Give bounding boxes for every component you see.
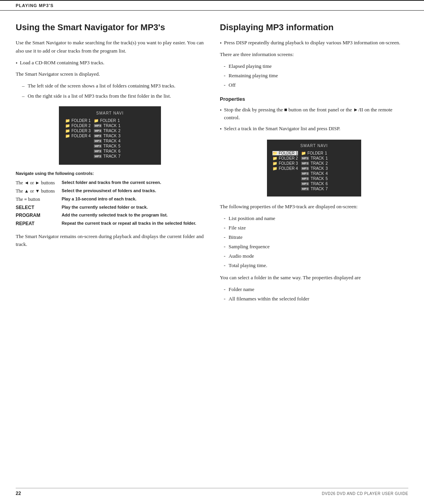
rtrack-type-1: TRACK	[311, 156, 324, 160]
rtrack-type-6: TRACK	[311, 182, 324, 186]
smart-navi-box-left: SMART NAVI 📁 FOLDER 1 📁 FOLDER 2 📁	[59, 106, 161, 165]
dash-tp6: -	[224, 262, 225, 269]
folder-icon-r0: 📁	[94, 118, 99, 123]
dash-2: –	[22, 92, 25, 100]
three-screens-p: There are three information screens:	[220, 51, 408, 58]
smart-navi-title-right: SMART NAVI	[272, 144, 356, 148]
rtrack-type-4: TRACK	[311, 171, 324, 176]
page-container: PLAYING MP3'S Using the Smart Navigator …	[0, 0, 424, 504]
screen-displayed: The Smart Navigator screen is displayed.	[16, 70, 204, 78]
rfolder-icon-2: 📁	[272, 156, 277, 160]
control-desc-3: Play a 10-second intro of each track.	[62, 195, 204, 204]
navi-rtrack-2: MP3 TRACK 2	[301, 161, 356, 166]
smart-navi-content-left: 📁 FOLDER 1 📁 FOLDER 2 📁 FOLDER 3 📁	[65, 118, 155, 159]
control-btn-2: The ▲ or ▼ buttons	[16, 187, 62, 195]
navi-folder-row-4: 📁 FOLDER 4	[65, 134, 91, 138]
navi-track-7: MP3 TRACK 7	[94, 154, 155, 158]
rtrack-type-2: TRACK	[311, 161, 324, 166]
folder-icon-3: 📁	[65, 129, 70, 133]
screen-remaining-text: Remaining playing time	[228, 72, 278, 80]
props-bullet2: • Select a track in the Smart Navigator …	[220, 125, 408, 133]
right-column: Displaying MP3 information • Press DISP …	[220, 22, 408, 304]
control-row-program: PROGRAM Add the currently selected track…	[16, 211, 204, 220]
track-prop-2: - File size	[220, 224, 408, 232]
folder-label-1: FOLDER 1	[71, 118, 91, 123]
dash-tp3: -	[224, 233, 225, 241]
rmp3-badge-3: MP3	[301, 167, 309, 170]
control-btn-1: The ◄ or ► buttons	[16, 179, 62, 187]
dash-tp5: -	[224, 252, 225, 260]
navi-rtrack-4: MP3 TRACK 4	[301, 171, 356, 176]
navi-rtrack-5: MP3 TRACK 5	[301, 176, 356, 181]
rtrack-num-2: 2	[325, 161, 328, 166]
navi-track-6: MP3 TRACK 6	[94, 149, 155, 153]
dash-fp1: -	[224, 286, 225, 293]
left-footer-p: The Smart Navigator remains on-screen du…	[16, 233, 204, 248]
track-type-3: TRACK	[103, 134, 117, 138]
footer: 22 DVD26 DVD AND CD PLAYER USER GUIDE	[16, 488, 408, 496]
bullet-p2: •	[220, 125, 222, 133]
track-prop-4: - Sampling frequence	[220, 243, 408, 251]
control-row-2: The ▲ or ▼ buttons Select the previous/n…	[16, 187, 204, 195]
indent2-text: On the right side is a list of MP3 track…	[28, 92, 171, 100]
track-type-0: FOLDER	[100, 118, 116, 123]
navi-tracks-left: 📁 FOLDER 1 MP3 TRACK 1 MP3 TRACK 2	[94, 118, 155, 159]
control-btn-3: The ≡ button	[16, 195, 62, 204]
right-bullet1-text: Press DISP repeatedly during playback to…	[224, 39, 400, 47]
navi-track-3: MP3 TRACK 3	[94, 134, 155, 138]
smart-navi-title-left: SMART NAVI	[65, 111, 155, 115]
folder-prop-1-text: Folder name	[228, 286, 254, 293]
track-num-2: 2	[118, 129, 121, 133]
folder-icon-4: 📁	[65, 134, 70, 138]
screen-elapsed-text: Elapsed playing time	[228, 62, 272, 70]
indent-item-1: – The left side of the screen shows a li…	[16, 82, 204, 90]
mp3-badge-7: MP3	[94, 155, 102, 158]
dash-r1: -	[224, 62, 225, 70]
rmp3-badge-1: MP3	[301, 156, 309, 160]
track-num-0: 1	[117, 118, 120, 123]
track-num-6: 6	[118, 149, 121, 153]
navi-rfolder-row-4: 📁 FOLDER 4	[272, 166, 298, 171]
navi-track-0: 📁 FOLDER 1	[94, 118, 155, 123]
folder-label-3: FOLDER 3	[71, 129, 91, 133]
rtrack-type-3: TRACK	[311, 166, 324, 171]
track-prop-2-text: File size	[228, 224, 246, 232]
track-num-4: 4	[118, 139, 121, 143]
props-bullet1: • Stop the disk by pressing the ■ button…	[220, 106, 408, 122]
rtrack-num-0: 1	[325, 151, 327, 155]
track-prop-1-text: List position and name	[228, 215, 275, 222]
track-prop-4-text: Sampling frequence	[228, 243, 269, 251]
footer-product: DVD26 DVD AND CD PLAYER USER GUIDE	[322, 491, 408, 496]
mp3-badge-2: MP3	[94, 129, 102, 133]
navi-rtrack-1: MP3 TRACK 1	[301, 156, 356, 160]
indent1-text: The left side of the screen shows a list…	[28, 82, 175, 90]
rtrack-num-3: 3	[325, 166, 328, 171]
navi-rfolder-row-2: 📁 FOLDER 2	[272, 156, 298, 160]
bullet-p1: •	[220, 106, 222, 122]
rtrack-num-1: 1	[325, 156, 328, 160]
rmp3-badge-4: MP3	[301, 172, 309, 175]
folder-icon-2: 📁	[65, 124, 70, 128]
right-bullet1: • Press DISP repeatedly during playback …	[220, 39, 408, 47]
folder-prop-2-text: All filenames within the selected folder	[228, 295, 309, 303]
folder-label-4: FOLDER 4	[71, 134, 91, 138]
rtrack-num-6: 6	[325, 182, 328, 186]
control-btn-repeat: REPEAT	[16, 220, 62, 228]
control-desc-program: Add the currently selected track to the …	[62, 211, 204, 220]
navi-rtracks: 📁 FOLDER 1 MP3 TRACK 1 MP3 TRACK 2	[301, 151, 356, 192]
track-prop-5-text: Audio mode	[228, 252, 254, 260]
control-desc-repeat: Repeat the current track or repeat all t…	[62, 220, 204, 228]
navi-track-5: MP3 TRACK 5	[94, 144, 155, 148]
navi-folder-row-2: 📁 FOLDER 2	[65, 124, 91, 128]
dash-r2: -	[224, 72, 225, 80]
left-column: Using the Smart Navigator for MP3's Use …	[16, 22, 204, 304]
control-desc-1: Select folder and tracks from the curren…	[62, 179, 204, 187]
rmp3-badge-2: MP3	[301, 162, 309, 165]
navi-track-1: MP3 TRACK 1	[94, 124, 155, 128]
navi-track-2: MP3 TRACK 2	[94, 129, 155, 133]
props-bullet2-text: Select a track in the Smart Navigator li…	[224, 125, 340, 133]
screen-off-text: Off	[228, 81, 236, 89]
navi-rtrack-7: MP3 TRACK 7	[301, 187, 356, 191]
navi-folders-left: 📁 FOLDER 1 📁 FOLDER 2 📁 FOLDER 3 📁	[65, 118, 91, 159]
navi-rtrack-0: 📁 FOLDER 1	[301, 151, 356, 155]
